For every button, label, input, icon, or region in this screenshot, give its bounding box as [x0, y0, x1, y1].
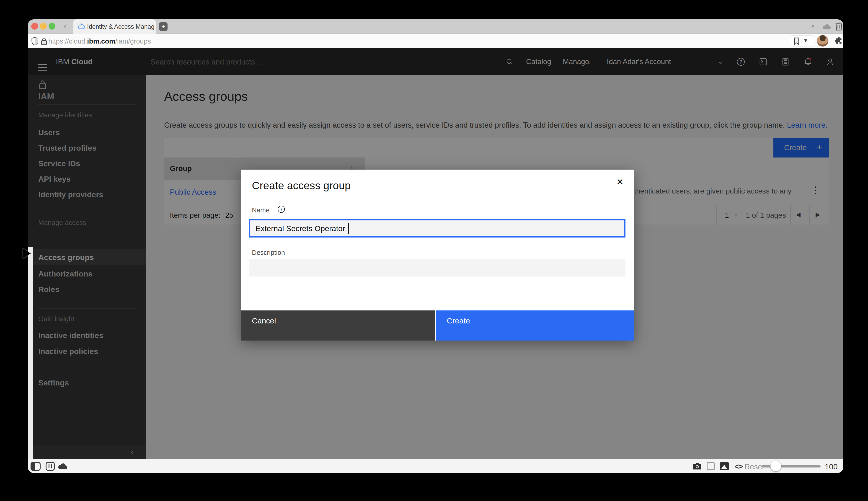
image-icon[interactable] — [720, 462, 729, 470]
back-icon[interactable]: ‹ — [64, 22, 66, 30]
button-label: Create — [447, 316, 470, 325]
zoom-percentage: 100 % — [825, 462, 843, 473]
browser-window: ‹ Identity & Access Manage + > — [28, 19, 843, 473]
name-input[interactable]: External Secrets Operator — [249, 219, 625, 237]
bottom-toolbar: <> Reset 100 % — [28, 459, 843, 473]
forward-history-icon[interactable]: > — [810, 23, 814, 29]
bookmark-icon[interactable] — [794, 38, 800, 45]
modal-create-button[interactable]: Create — [436, 310, 634, 341]
minimize-window-button[interactable] — [40, 23, 47, 30]
mouse-cursor — [23, 248, 31, 258]
zoom-slider-knob[interactable] — [770, 461, 781, 471]
privacy-shield-icon[interactable] — [31, 37, 39, 45]
create-access-group-modal: Create access group ✕ Name i External Se… — [241, 170, 634, 341]
device-frame-icon[interactable] — [707, 462, 715, 470]
screen: ‹ Identity & Access Manage + > — [0, 0, 868, 501]
ibm-cloud-favicon-icon — [77, 23, 86, 31]
extensions-puzzle-icon[interactable] — [834, 36, 843, 45]
description-label: Description — [252, 249, 285, 256]
screenshot-camera-icon[interactable] — [692, 462, 702, 470]
svg-text:i: i — [281, 207, 282, 212]
button-label: Cancel — [252, 316, 276, 325]
lock-icon — [41, 37, 47, 46]
bookmark-dropdown-caret-icon[interactable]: ▾ — [804, 37, 807, 44]
name-input-value: External Secrets Operator — [256, 224, 345, 233]
modal-title: Create access group — [252, 179, 351, 192]
profile-avatar[interactable] — [817, 35, 828, 47]
close-icon[interactable]: ✕ — [614, 175, 626, 188]
info-icon[interactable]: i — [277, 205, 286, 214]
toggle-sidebar-icon[interactable] — [31, 462, 41, 471]
window-left-gutter — [28, 247, 33, 459]
text-caret — [348, 223, 349, 234]
new-tab-button[interactable]: + — [159, 22, 168, 31]
tab-title: Identity & Access Manage — [87, 23, 154, 30]
split-view-icon[interactable] — [46, 462, 55, 471]
icloud-tabs-icon[interactable] — [822, 23, 832, 31]
description-input[interactable] — [249, 259, 625, 277]
url-text[interactable]: https://cloud.ibm.com/iam/groups — [48, 38, 151, 45]
close-window-button[interactable] — [31, 23, 38, 30]
cloud-icon[interactable] — [57, 462, 69, 470]
name-label: Name — [252, 206, 269, 214]
reset-zoom-button[interactable]: Reset — [744, 462, 764, 471]
trash-icon[interactable] — [835, 22, 843, 31]
address-bar[interactable]: https://cloud.ibm.com/iam/groups ▾ — [28, 34, 843, 48]
cancel-button[interactable]: Cancel — [241, 310, 435, 341]
browser-tab-bar: ‹ Identity & Access Manage + > — [28, 19, 843, 34]
zoom-window-button[interactable] — [49, 23, 55, 30]
browser-tab[interactable]: Identity & Access Manage — [73, 19, 156, 34]
bookmark-control[interactable]: ▾ — [790, 35, 814, 46]
code-view-icon[interactable]: <> — [735, 462, 743, 471]
